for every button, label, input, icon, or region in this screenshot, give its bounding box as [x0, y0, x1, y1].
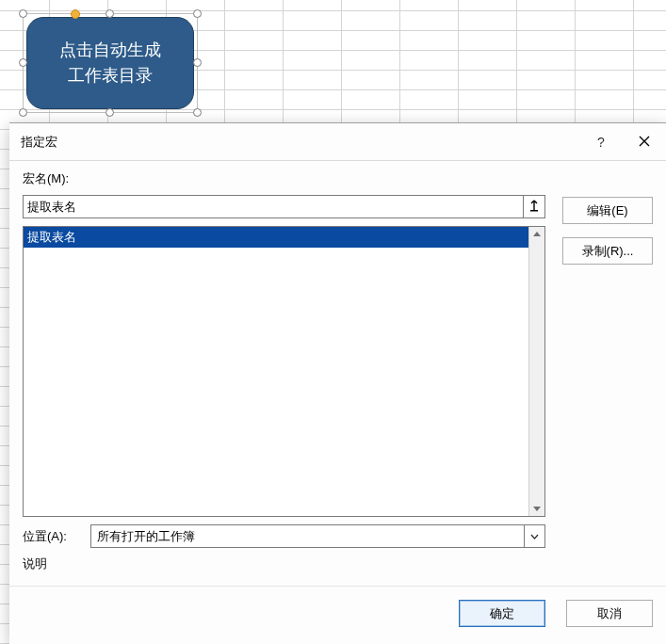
- close-icon: [639, 135, 650, 150]
- location-label: 位置(A):: [23, 528, 79, 545]
- location-value: 所有打开的工作簿: [97, 528, 195, 545]
- edit-button[interactable]: 编辑(E): [562, 197, 653, 224]
- collapse-dialog-button[interactable]: [523, 195, 545, 218]
- shape-text-line1: 点击自动生成: [59, 40, 161, 59]
- help-icon: ?: [597, 135, 605, 150]
- description-label: 说明: [23, 555, 545, 572]
- location-select[interactable]: 所有打开的工作簿: [90, 524, 545, 548]
- list-item[interactable]: 提取表名: [24, 227, 544, 248]
- macro-name-label: 宏名(M):: [23, 170, 545, 187]
- dialog-title: 指定宏: [21, 134, 579, 151]
- macro-name-input[interactable]: [23, 195, 523, 218]
- listbox-scrollbar[interactable]: [528, 227, 544, 516]
- macro-listbox[interactable]: 提取表名: [23, 226, 545, 517]
- assign-macro-dialog: 指定宏 ? 宏名(M):: [9, 122, 666, 644]
- record-button[interactable]: 录制(R)...: [562, 237, 653, 265]
- ok-button[interactable]: 确定: [459, 600, 545, 627]
- cancel-button[interactable]: 取消: [566, 600, 653, 627]
- svg-rect-0: [530, 210, 538, 212]
- chevron-down-icon: [524, 525, 544, 547]
- arrow-up-icon: [529, 199, 539, 215]
- close-button[interactable]: [623, 123, 666, 161]
- dialog-footer: 确定 取消: [9, 586, 666, 644]
- shape-text-line2: 工作表目录: [68, 66, 153, 85]
- help-button[interactable]: ?: [579, 123, 623, 161]
- shape-button[interactable]: 点击自动生成 工作表目录: [26, 17, 194, 109]
- dialog-titlebar[interactable]: 指定宏 ?: [9, 123, 666, 161]
